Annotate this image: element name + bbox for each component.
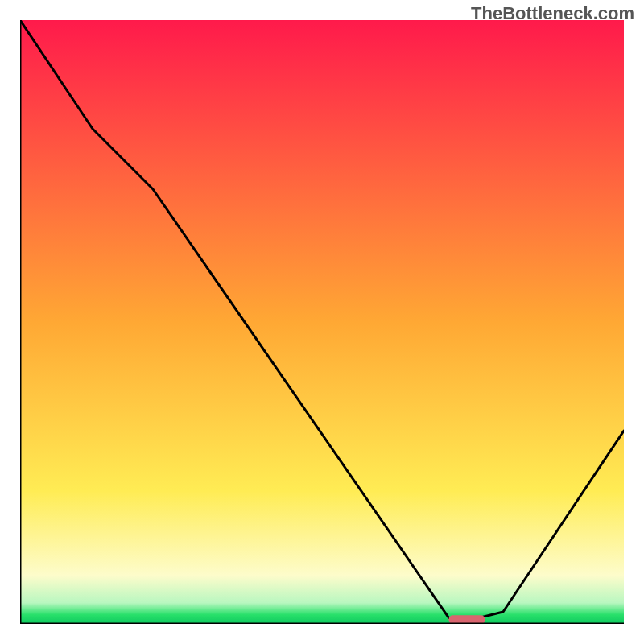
watermark-text: TheBottleneck.com [471, 3, 634, 24]
optimal-marker [449, 615, 485, 624]
gradient-background [20, 20, 624, 624]
chart-svg [20, 20, 624, 624]
plot-area [20, 20, 624, 624]
chart-container: TheBottleneck.com [0, 0, 644, 644]
